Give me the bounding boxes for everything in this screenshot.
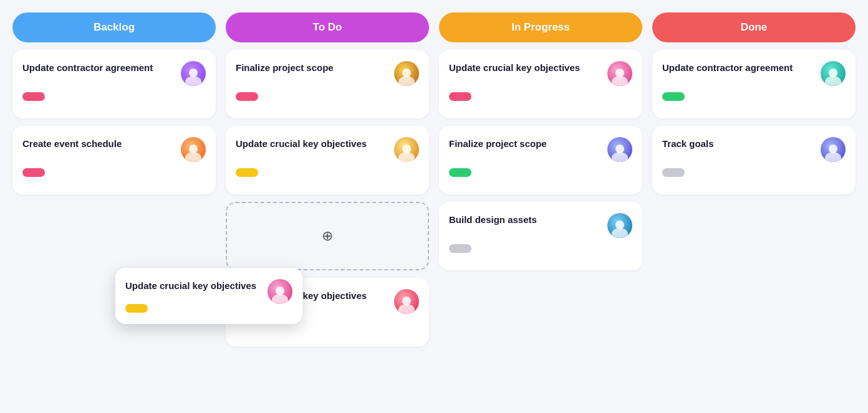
task-card[interactable]: Update contractor agreement: [12, 50, 216, 118]
task-card[interactable]: Create event schedule: [12, 126, 216, 194]
avatar: [181, 137, 206, 162]
card-tag: [22, 92, 45, 101]
card-title: Track goals: [662, 137, 821, 150]
avatar: [821, 137, 846, 162]
dragging-card[interactable]: Update crucial key objectives: [115, 268, 302, 324]
card-drop-placeholder[interactable]: ⊕: [226, 202, 429, 270]
column-header-backlog[interactable]: Backlog: [12, 12, 216, 42]
card-tag: [662, 168, 685, 177]
drag-move-icon: ⊕: [322, 228, 333, 244]
dragging-card-row: Update crucial key objectives: [125, 279, 292, 304]
card-content-row: Create event schedule: [22, 137, 206, 162]
column-inprogress: In ProgressUpdate crucial key objectives…: [439, 12, 642, 270]
task-card[interactable]: Update crucial key objectives: [439, 50, 642, 118]
task-card[interactable]: Update crucial key objectives: [226, 126, 429, 194]
avatar: [607, 61, 632, 86]
task-card[interactable]: Track goals: [652, 126, 856, 194]
column-header-todo[interactable]: To Do: [226, 12, 429, 42]
card-content-row: Update crucial key objectives: [449, 61, 632, 86]
card-title: Update contractor agreement: [662, 61, 821, 74]
column-header-done[interactable]: Done: [652, 12, 856, 42]
avatar: [394, 289, 419, 314]
task-card[interactable]: Update contractor agreement: [652, 50, 856, 118]
card-title: Finalize project scope: [449, 137, 607, 150]
avatar: [607, 213, 632, 238]
card-tag: [22, 168, 45, 177]
avatar: [607, 137, 632, 162]
avatar: [394, 61, 419, 86]
card-title: Build design assets: [449, 213, 607, 226]
dragging-card-avatar: [268, 279, 292, 304]
column-header-inprogress[interactable]: In Progress: [439, 12, 642, 42]
column-done: DoneUpdate contractor agreementTrack goa…: [652, 12, 856, 194]
card-tag: [236, 168, 258, 177]
column-backlog: BacklogUpdate contractor agreementCreate…: [12, 12, 216, 194]
avatar: [394, 137, 419, 162]
card-tag: [449, 244, 471, 253]
card-tag: [662, 92, 685, 101]
card-title: Update crucial key objectives: [449, 61, 607, 74]
task-card[interactable]: Finalize project scope: [226, 50, 429, 118]
card-tag: [449, 168, 471, 177]
dragging-card-tag: [125, 304, 148, 313]
card-title: Finalize project scope: [236, 61, 394, 74]
task-card[interactable]: Finalize project scope: [439, 126, 642, 194]
card-content-row: Update contractor agreement: [22, 61, 206, 86]
card-content-row: Finalize project scope: [449, 137, 632, 162]
card-content-row: Track goals: [662, 137, 846, 162]
avatar: [181, 61, 206, 86]
card-content-row: Update contractor agreement: [662, 61, 846, 86]
card-title: Update crucial key objectives: [236, 137, 394, 150]
card-title: Update contractor agreement: [22, 61, 181, 74]
card-tag: [449, 92, 471, 101]
task-card[interactable]: Build design assets: [439, 202, 642, 270]
avatar: [821, 61, 846, 86]
card-content-row: Build design assets: [449, 213, 632, 238]
dragging-card-title: Update crucial key objectives: [125, 279, 268, 292]
card-tag: [236, 92, 258, 101]
card-content-row: Update crucial key objectives: [236, 137, 419, 162]
card-content-row: Finalize project scope: [236, 61, 419, 86]
card-title: Create event schedule: [22, 137, 181, 150]
